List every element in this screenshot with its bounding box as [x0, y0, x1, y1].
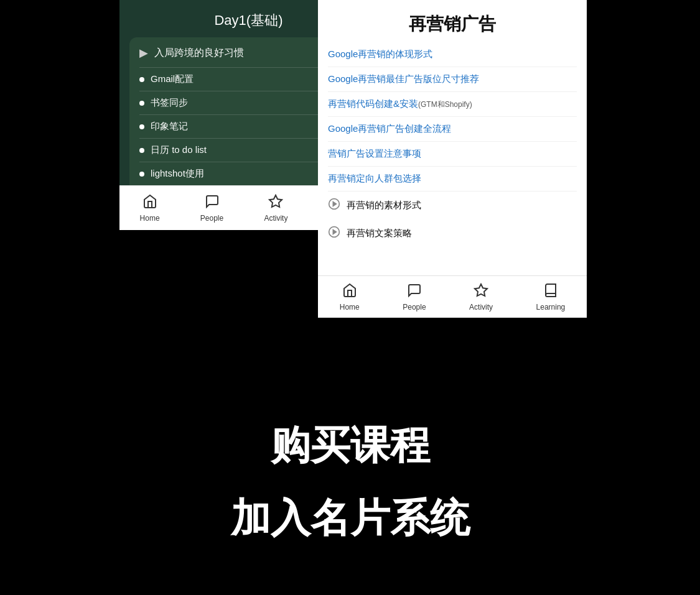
bullet-dot: [139, 101, 144, 106]
svg-marker-0: [269, 195, 282, 207]
bullet-dot: [139, 148, 144, 153]
menu-item-label: 书签同步: [151, 97, 188, 109]
course-link[interactable]: Google再营销广告创建全流程: [328, 123, 451, 134]
nav-label-people-right: People: [403, 303, 426, 311]
course-link[interactable]: 营销广告设置注意事项: [328, 148, 421, 159]
learning-icon-right: [543, 283, 558, 302]
play-icon: [328, 226, 340, 241]
menu-item-label: 印象笔记: [151, 121, 188, 132]
right-phone-header: 再营销广告: [318, 0, 587, 42]
nav-label-learning-right: Learning: [536, 303, 566, 311]
course-item[interactable]: 再营销定向人群包选择: [328, 167, 577, 191]
course-link[interactable]: Google再营销的体现形式: [328, 48, 432, 59]
nav-item-learning-right[interactable]: Learning: [536, 283, 566, 311]
course-item-with-icon[interactable]: 再营销文案策略: [328, 219, 577, 247]
course-link[interactable]: Google再营销最佳广告版位尺寸推荐: [328, 73, 479, 84]
course-item[interactable]: Google再营销的体现形式: [328, 42, 577, 67]
bullet-dot: [139, 124, 144, 129]
bottom-nav-right: Home People Activity Learning: [318, 275, 587, 318]
course-link[interactable]: 再营销定向人群包选择: [328, 173, 421, 183]
activity-icon-right: [474, 283, 488, 302]
page-title: 再营销广告: [409, 14, 496, 34]
course-item[interactable]: Google再营销广告创建全流程: [328, 117, 577, 142]
nav-item-home-right[interactable]: Home: [340, 283, 360, 311]
menu-item-label: lightshot使用: [151, 168, 204, 180]
home-icon-left: [142, 194, 157, 213]
home-icon-right: [342, 283, 357, 302]
nav-label-activity-left: Activity: [264, 214, 287, 223]
people-icon-left: [205, 194, 220, 213]
play-icon: [328, 198, 340, 213]
cta-line1[interactable]: 购买课程: [271, 418, 430, 473]
bullet-dot: [139, 77, 144, 82]
svg-marker-4: [333, 230, 336, 234]
right-phone-panel: 再营销广告 Google再营销的体现形式Google再营销最佳广告版位尺寸推荐再…: [318, 0, 587, 317]
nav-label-home-left: Home: [140, 214, 160, 223]
course-title: 再营销文案策略: [347, 228, 412, 239]
course-title: 再营销的素材形式: [347, 200, 421, 211]
nav-label-people-left: People: [200, 214, 223, 223]
svg-marker-2: [333, 202, 336, 206]
svg-marker-5: [475, 284, 487, 296]
course-link[interactable]: 再营销代码创建&安装(GTM和Shopify): [328, 98, 472, 109]
nav-item-people-left[interactable]: People: [200, 194, 223, 223]
nav-item-people-right[interactable]: People: [403, 283, 426, 311]
course-item-with-icon[interactable]: 再营销的素材形式: [328, 191, 577, 219]
nav-item-activity-right[interactable]: Activity: [469, 283, 493, 311]
course-item[interactable]: 再营销代码创建&安装(GTM和Shopify): [328, 92, 577, 117]
course-item[interactable]: 营销广告设置注意事项: [328, 142, 577, 167]
menu-item-label: Gmail配置: [151, 73, 194, 85]
nav-label-activity-right: Activity: [469, 303, 493, 311]
bottom-cta: 购买课程 加入名片系统: [0, 418, 700, 545]
bullet-dot: [139, 172, 144, 177]
nav-label-home-right: Home: [340, 303, 360, 311]
day-title: Day1(基础): [214, 12, 282, 28]
activity-icon-left: [268, 194, 283, 213]
section-title: 入局跨境的良好习惯: [154, 47, 244, 60]
menu-item-label: 日历 to do list: [151, 144, 207, 156]
nav-item-home-left[interactable]: Home: [140, 194, 160, 223]
cta-line2[interactable]: 加入名片系统: [231, 491, 470, 545]
people-icon-right: [407, 283, 422, 302]
nav-item-activity-left[interactable]: Activity: [264, 194, 287, 223]
course-item[interactable]: Google再营销最佳广告版位尺寸推荐: [328, 67, 577, 92]
play-icon: ▶: [139, 46, 148, 60]
